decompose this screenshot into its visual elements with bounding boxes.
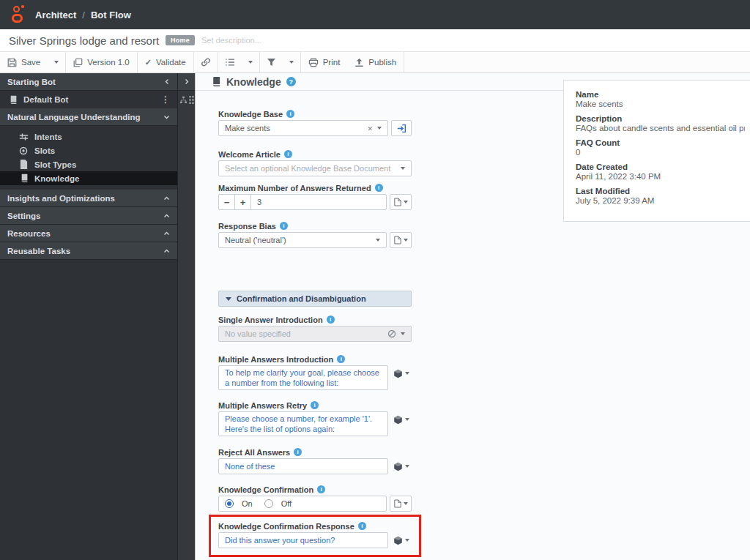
communication-icon [393,369,403,378]
knowledge-form: Knowledge Base Make scents Welcome Artic… [218,91,412,557]
reject-all-field[interactable]: None of these [218,458,388,474]
chevron-down-icon[interactable] [401,332,405,335]
no-value-icon [387,329,396,338]
help-icon[interactable] [286,77,296,86]
open-knowledge-base-button[interactable] [391,120,412,136]
chevron-down-icon[interactable] [376,239,380,242]
welcome-article-placeholder: Select an optional Knowledge Base Docume… [225,164,396,173]
confirmation-section-header[interactable]: Confirmation and Disambiguation [218,291,412,307]
max-answers-label: Maximum Number of Answers Returned [218,183,412,193]
sidebar-item-slots[interactable]: Slots [0,143,177,157]
sidebar-section-reusable-tasks[interactable]: Reusable Tasks [0,242,177,260]
sidebar-section-settings[interactable]: Settings [0,207,177,225]
knowledge-base-info-panel: Name Make scents Description FAQs about … [563,80,750,222]
kebab-menu-icon[interactable] [161,94,170,105]
response-bias-select[interactable]: Neutral ('neutral') [218,232,387,248]
response-bias-mode-button[interactable] [390,232,412,248]
clear-icon[interactable] [367,124,373,132]
sidebar-item-default-bot[interactable]: Default Bot [0,91,177,108]
info-icon[interactable] [294,448,302,456]
section-title: Reusable Tasks [7,247,70,255]
reject-all-mode-button[interactable] [391,458,412,474]
flow-title-bar: Silver Springs lodge and resort Home Set… [0,29,750,52]
multiple-retry-mode-button[interactable] [391,411,412,428]
grid-handle-icon[interactable] [189,96,194,104]
section-title: Starting Bot [7,78,56,86]
increment-button[interactable]: + [235,195,251,209]
sidebar-item-slot-types[interactable]: Slot Types [0,157,177,171]
confirmation-response-field[interactable]: Did this answer your question? [218,532,388,548]
print-button[interactable]: Print [301,52,348,72]
info-icon[interactable] [286,110,294,118]
section-title: Confirmation and Disambiguation [237,294,366,303]
sidebar-item-intents[interactable]: Intents [0,130,177,143]
sidebar-item-knowledge[interactable]: Knowledge [0,171,177,185]
info-label: Name [576,90,745,99]
save-icon [7,58,17,67]
multiple-intro-field[interactable]: To help me clarify your goal, please cho… [218,365,388,390]
info-icon[interactable] [284,150,292,158]
check-icon [145,58,152,67]
sidebar-section-insights[interactable]: Insights and Optimizations [0,190,177,207]
sidebar-item-label: Default Bot [23,95,155,104]
confirmation-response-mode-button[interactable] [391,532,412,548]
sidebar-nlu-items: Intents Slots Slot Types [0,126,177,190]
info-icon[interactable] [311,401,319,409]
filter-menu-button[interactable] [283,52,300,72]
save-menu-button[interactable] [48,52,65,72]
breadcrumb-app[interactable]: Architect [35,10,76,20]
single-answer-field[interactable]: No value specified [218,326,412,342]
info-value: Make scents [576,100,745,108]
save-button[interactable]: Save [0,52,48,72]
sidebar-section-nlu[interactable]: Natural Language Understanding [0,108,177,126]
info-icon[interactable] [358,522,366,530]
document-icon [394,236,401,244]
knowledge-base-select[interactable]: Make scents [218,120,388,136]
validate-button[interactable]: Validate [138,52,193,72]
set-description-placeholder[interactable]: Set description... [201,36,261,45]
filter-button[interactable] [260,52,283,72]
dependencies-button[interactable] [194,52,218,72]
max-answers-mode-button[interactable] [390,194,412,210]
chevron-down-icon[interactable] [377,127,382,130]
version-button[interactable]: Version 1.0 [66,52,137,72]
org-chart-icon[interactable] [179,96,188,104]
multiple-intro-mode-button[interactable] [391,365,412,381]
radio-on-label[interactable]: On [242,499,253,508]
info-icon[interactable] [327,316,335,324]
confirmation-response-value: Did this answer your question? [225,536,382,545]
chevron-up-icon [163,213,170,219]
open-external-icon [397,124,406,133]
task-list-button[interactable] [218,52,242,72]
communication-icon [393,536,403,545]
welcome-article-select[interactable]: Select an optional Knowledge Base Docume… [218,160,412,176]
knowledge-base-value: Make scents [225,124,363,132]
architect-app: Architect / Bot Flow Silver Springs lodg… [0,0,750,560]
publish-button[interactable]: Publish [347,52,404,72]
info-icon[interactable] [317,485,325,493]
knowledge-confirmation-radio-group: On Off [218,496,387,512]
radio-on[interactable] [225,499,234,508]
reject-all-value: None of these [225,462,382,471]
info-label: Description [576,114,745,123]
knowledge-confirmation-mode-button[interactable] [390,496,412,512]
info-icon[interactable] [375,184,383,192]
info-icon[interactable] [280,222,288,230]
decrement-button[interactable]: − [219,195,235,209]
max-answers-value[interactable]: 3 [251,195,386,209]
radio-off-label[interactable]: Off [281,499,292,508]
chevron-left-icon[interactable] [164,78,170,85]
home-badge: Home [166,35,195,45]
task-list-menu-button[interactable] [242,52,259,72]
expand-panel-button[interactable] [178,73,195,91]
multiple-retry-field[interactable]: Please choose a number, for example '1'.… [218,411,388,436]
confirmation-response-label: Knowledge Confirmation Response [218,521,412,531]
print-label: Print [323,58,341,67]
sidebar-section-starting-bot[interactable]: Starting Bot [0,73,177,91]
info-value: FAQs about candle scents and essential o… [576,124,745,132]
info-icon[interactable] [337,355,345,363]
knowledge-base-label: Knowledge Base [218,109,412,119]
sidebar-section-resources[interactable]: Resources [0,225,177,242]
radio-off[interactable] [264,499,273,508]
chevron-down-icon[interactable] [401,167,405,170]
